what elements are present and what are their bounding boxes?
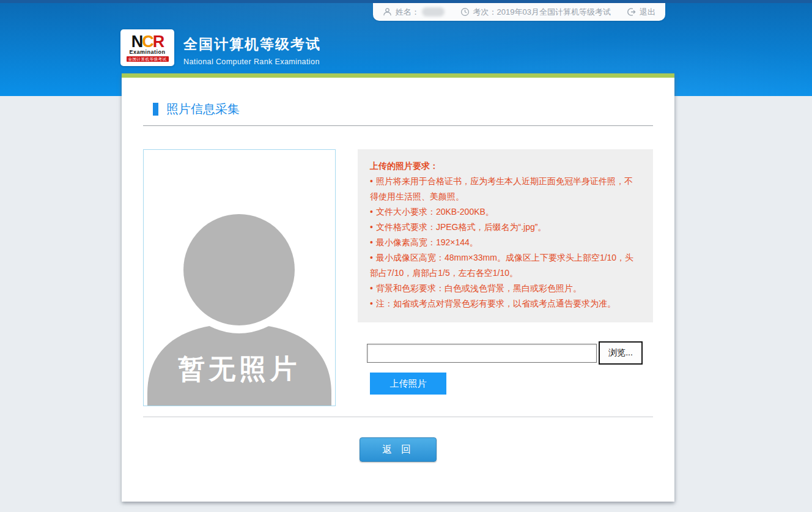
site-subtitle: National Computer Rank Examination [183, 58, 321, 66]
upload-photo-button[interactable]: 上传照片 [370, 373, 446, 395]
page-title: 照片信息采集 [166, 101, 240, 117]
photo-file-input[interactable] [367, 344, 597, 363]
logout-label: 退出 [640, 7, 655, 18]
title-divider [143, 125, 653, 126]
session-label: 考次： [473, 7, 497, 18]
requirement-item: •最小像素高宽：192×144。 [370, 235, 641, 250]
name-value-redacted [422, 7, 445, 17]
upload-requirements: 上传的照片要求： •照片将来用于合格证书，应为考生本人近期正面免冠半身证件照，不… [358, 149, 653, 322]
section-accent-bar [153, 103, 158, 116]
requirement-item: •文件格式要求：JPEG格式，后缀名为“.jpg”。 [370, 220, 641, 235]
user-icon [383, 7, 392, 17]
clock-icon [460, 7, 470, 17]
requirement-item: •照片将来用于合格证书，应为考生本人近期正面免冠半身证件照，不得使用生活照、美颜… [370, 174, 641, 204]
requirement-item: •注：如省或考点对背景色彩有要求，以省或考点通告要求为准。 [370, 296, 641, 311]
requirement-item: •背景和色彩要求：白色或浅色背景，黑白或彩色照片。 [370, 281, 641, 296]
browse-button[interactable]: 浏览... [599, 341, 643, 365]
ncr-logo-examination: Examination [129, 49, 165, 55]
photo-preview: 暂无照片 [143, 149, 336, 406]
ncr-logo-letters: NCR [131, 34, 164, 49]
no-photo-text: 暂无照片 [178, 354, 300, 384]
site-brand: 全国计算机等级考试 National Computer Rank Examina… [183, 35, 321, 66]
ncr-logo-band: 全国计算机等级考试 [127, 56, 169, 62]
content-panel: 照片信息采集 暂无照片 上传的照片要求： •照片将来用于合格证书，应为考生本人近… [122, 73, 674, 502]
file-picker: 浏览... [367, 341, 643, 365]
user-session-bar: 姓名： 考次： 2019年03月全国计算机等级考试 退出 [373, 3, 665, 21]
site-title: 全国计算机等级考试 [183, 35, 321, 54]
logout-arrow-icon [627, 7, 636, 17]
name-label: 姓名： [396, 7, 419, 18]
ncr-logo: NCR Examination 全国计算机等级考试 [120, 29, 174, 66]
return-button[interactable]: 返 回 [360, 437, 437, 462]
section-header: 照片信息采集 [143, 101, 653, 117]
requirements-title: 上传的照片要求： [370, 158, 641, 174]
avatar-placeholder-icon: 暂无照片 [144, 150, 335, 406]
logout-button[interactable]: 退出 [627, 7, 655, 18]
bottom-divider [143, 417, 653, 417]
requirement-item: •最小成像区高宽：48mm×33mm。成像区上下要求头上部空1/10，头部占7/… [370, 250, 641, 281]
session-value: 2019年03月全国计算机等级考试 [497, 7, 611, 18]
requirement-item: •文件大小要求：20KB-200KB。 [370, 204, 641, 220]
